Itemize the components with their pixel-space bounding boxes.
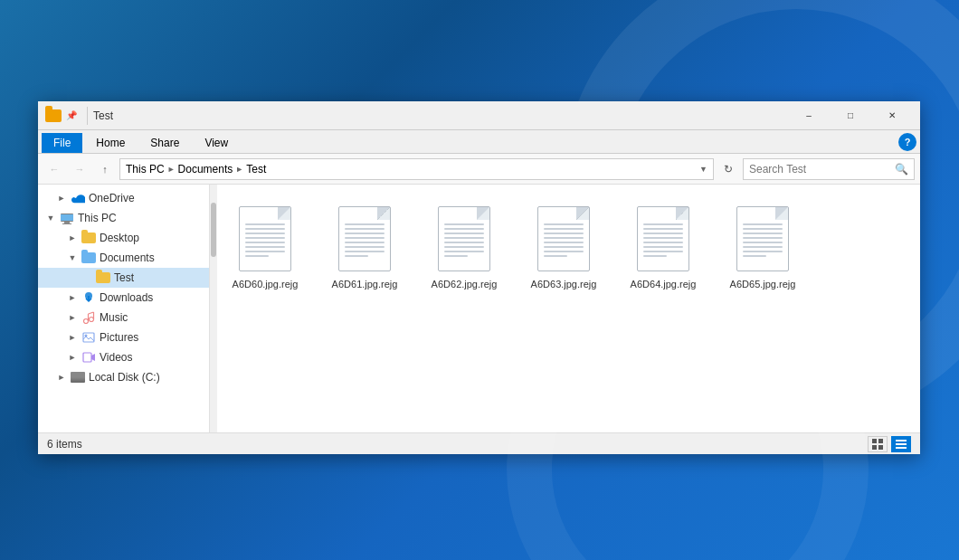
svg-rect-2 bbox=[64, 222, 70, 223]
svg-rect-1 bbox=[61, 214, 73, 221]
explorer-window: 📌 Test – □ ✕ File Home Share View ? ← → … bbox=[38, 101, 920, 454]
documents-label: Documents bbox=[178, 163, 233, 176]
file-area: A6D60.jpg.rejg A6D61.jpg.rejg bbox=[210, 185, 920, 432]
sidebar-item-pictures[interactable]: ► Pictures bbox=[38, 327, 209, 347]
svg-rect-12 bbox=[83, 353, 91, 362]
window-icon bbox=[45, 109, 62, 122]
close-button[interactable]: ✕ bbox=[871, 101, 913, 130]
svg-point-5 bbox=[84, 319, 89, 324]
file-name-4: A6D64.jpg.rejg bbox=[631, 279, 697, 289]
music-label: Music bbox=[100, 311, 128, 324]
videos-icon bbox=[81, 350, 96, 365]
path-segment-thispc: This PC bbox=[126, 163, 165, 176]
thispc-label: This PC bbox=[78, 212, 117, 224]
file-icon-5 bbox=[731, 203, 794, 275]
tab-file[interactable]: File bbox=[42, 133, 82, 153]
refresh-button[interactable]: ↻ bbox=[717, 158, 739, 180]
address-bar: ← → ↑ This PC ► Documents ► Test ▼ ↻ 🔍 bbox=[38, 154, 920, 185]
sidebar-item-local-disk[interactable]: ► Local Disk (C:) bbox=[38, 367, 209, 387]
path-segment-test: Test bbox=[246, 163, 266, 176]
tab-share[interactable]: Share bbox=[138, 133, 191, 153]
pictures-icon bbox=[81, 330, 96, 345]
onedrive-icon bbox=[71, 191, 85, 205]
main-content: ► OneDrive ▼ This PC bbox=[38, 185, 920, 432]
file-item-5[interactable]: A6D65.jpg.rejg bbox=[722, 199, 803, 293]
sidebar-item-test[interactable]: Test bbox=[38, 268, 209, 288]
up-button[interactable]: ↑ bbox=[94, 158, 116, 180]
music-icon bbox=[81, 310, 96, 325]
svg-rect-19 bbox=[896, 447, 907, 449]
sidebar-item-music[interactable]: ► Music bbox=[38, 308, 209, 327]
tab-view[interactable]: View bbox=[193, 133, 240, 153]
thispc-icon bbox=[60, 211, 74, 225]
sidebar-item-desktop[interactable]: ► Desktop bbox=[38, 228, 209, 248]
status-bar: 6 items bbox=[38, 432, 920, 454]
documents-label: Documents bbox=[100, 252, 155, 264]
file-name-1: A6D61.jpg.rejg bbox=[332, 279, 398, 289]
pictures-label: Pictures bbox=[100, 331, 138, 344]
videos-label: Videos bbox=[100, 351, 132, 364]
file-item-2[interactable]: A6D62.jpg.rejg bbox=[423, 199, 505, 293]
minimize-button[interactable]: – bbox=[788, 101, 830, 130]
desktop-arrow: ► bbox=[67, 233, 78, 243]
sidebar-scroll[interactable]: ► OneDrive ▼ This PC bbox=[38, 185, 209, 432]
test-folder-icon bbox=[96, 271, 110, 285]
desktop-icon bbox=[81, 231, 96, 245]
ribbon-tabs: File Home Share View ? bbox=[38, 130, 920, 154]
sidebar-item-onedrive[interactable]: ► OneDrive bbox=[38, 188, 209, 208]
file-item-4[interactable]: A6D64.jpg.rejg bbox=[622, 199, 704, 293]
title-bar-icons: 📌 bbox=[45, 107, 93, 125]
pin-icon: 📌 bbox=[65, 109, 78, 122]
sidebar-outer: ► OneDrive ▼ This PC bbox=[38, 185, 210, 432]
path-dropdown-icon[interactable]: ▼ bbox=[699, 165, 707, 174]
sidebar-item-downloads[interactable]: ► Downloads bbox=[38, 288, 209, 308]
tab-home[interactable]: Home bbox=[84, 133, 137, 153]
file-icon-0 bbox=[233, 203, 297, 275]
file-name-5: A6D65.jpg.rejg bbox=[730, 279, 796, 289]
search-box[interactable]: 🔍 bbox=[743, 158, 915, 180]
documents-arrow: ▼ bbox=[67, 252, 78, 263]
window-controls: – □ ✕ bbox=[788, 101, 913, 130]
window-title: Test bbox=[93, 109, 788, 122]
title-separator bbox=[87, 107, 88, 125]
downloads-arrow: ► bbox=[67, 292, 78, 303]
downloads-label: Downloads bbox=[100, 291, 153, 304]
help-button[interactable]: ? bbox=[898, 133, 916, 151]
test-label: Test bbox=[246, 163, 266, 176]
svg-point-6 bbox=[90, 318, 94, 322]
file-item-1[interactable]: A6D61.jpg.rejg bbox=[324, 199, 405, 293]
list-view-button[interactable] bbox=[891, 436, 911, 452]
address-path[interactable]: This PC ► Documents ► Test ▼ bbox=[119, 158, 714, 180]
path-segment-documents: Documents bbox=[178, 163, 233, 176]
maximize-button[interactable]: □ bbox=[830, 101, 871, 130]
search-icon[interactable]: 🔍 bbox=[895, 163, 908, 176]
file-name-3: A6D63.jpg.rejg bbox=[531, 279, 597, 289]
test-label: Test bbox=[114, 271, 134, 284]
sidebar-item-documents[interactable]: ▼ Documents bbox=[38, 248, 209, 268]
search-input[interactable] bbox=[749, 163, 895, 176]
svg-rect-16 bbox=[878, 445, 883, 450]
title-bar: 📌 Test – □ ✕ bbox=[38, 101, 920, 130]
sidebar-item-videos[interactable]: ► Videos bbox=[38, 347, 209, 367]
files-container: A6D60.jpg.rejg A6D61.jpg.rejg bbox=[210, 185, 920, 432]
svg-rect-15 bbox=[872, 445, 877, 450]
svg-rect-3 bbox=[62, 223, 71, 224]
sidebar-item-thispc[interactable]: ▼ This PC bbox=[38, 208, 209, 228]
thispc-label: This PC bbox=[126, 163, 165, 176]
svg-line-9 bbox=[89, 312, 94, 314]
downloads-icon bbox=[81, 290, 96, 305]
videos-arrow: ► bbox=[67, 352, 78, 363]
forward-button[interactable]: → bbox=[69, 158, 90, 180]
svg-rect-18 bbox=[896, 443, 907, 445]
svg-rect-14 bbox=[878, 439, 883, 443]
path-arrow-1: ► bbox=[167, 165, 176, 174]
back-button[interactable]: ← bbox=[43, 158, 65, 180]
file-icon-4 bbox=[631, 203, 695, 275]
file-item-3[interactable]: A6D63.jpg.rejg bbox=[523, 199, 604, 293]
grid-view-button[interactable] bbox=[868, 436, 888, 452]
file-item[interactable]: A6D60.jpg.rejg bbox=[224, 199, 306, 293]
svg-rect-17 bbox=[896, 440, 907, 441]
documents-icon bbox=[81, 251, 96, 265]
desktop-label: Desktop bbox=[100, 232, 139, 244]
sidebar: ► OneDrive ▼ This PC bbox=[38, 185, 210, 432]
